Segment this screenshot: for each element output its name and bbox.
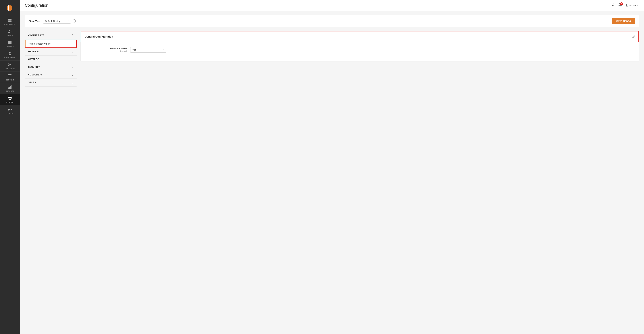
svg-rect-8 [8,43,12,44]
store-view-left: Store View: Default Config Main Website … [28,19,76,24]
sidebar-logo [0,0,20,16]
right-panel-content: Module Enable [global] Yes No [81,42,639,61]
svg-rect-1 [8,19,10,20]
system-icon [8,107,12,112]
left-panel-toggle[interactable]: ⌃ [71,34,74,37]
sidebar-item-label-sales: SALES [7,34,13,36]
sidebar-item-stores[interactable]: STORES [0,94,20,105]
sidebar-item-label-reports: REPORTS [6,90,14,92]
content-area: Store View: Default Config Main Website … [20,11,644,334]
store-view-select-wrap: Default Config Main Website Main Website… [43,19,71,24]
left-section-title-general: GENERAL [28,50,39,53]
sidebar-item-label-catalog: CATALOG [6,46,14,48]
reports-icon [8,85,12,89]
left-section-title-catalog: CATALOG [28,58,39,60]
store-view-label: Store View: [28,20,41,22]
svg-rect-10 [8,74,12,75]
main-area: Configuration 1 admin [20,0,644,334]
right-panel: General Configuration Module Enable [glo… [80,31,639,62]
user-icon [625,4,628,7]
admin-label: admin [630,4,636,7]
right-panel-header: General Configuration [81,31,639,42]
left-menu-item-admin-cat-filter[interactable]: Admin Category Filter [25,40,77,48]
sidebar-item-label-dashboard: DASHBOARD [4,23,16,25]
chevron-down-catalog-icon: ⌄ [71,58,74,61]
sidebar-item-label-system: SYSTEM [6,112,14,114]
module-enable-field-row: Module Enable [global] Yes No [87,47,632,53]
sidebar-item-label-marketing: MARKETING [5,68,15,70]
chevron-down-icon [637,4,639,6]
sidebar-item-sales[interactable]: SALES [0,27,20,38]
left-section-header-security[interactable]: SECURITY ⌄ [25,63,77,71]
left-panel-header: COMMERSYS ⌃ [25,31,77,40]
module-enable-label: Module Enable [87,47,127,50]
svg-point-19 [612,4,614,6]
svg-rect-15 [10,86,10,89]
module-enable-select[interactable]: Yes No [130,47,166,53]
left-section-header-customers[interactable]: CUSTOMERS ⌄ [25,71,77,79]
sidebar-item-catalog[interactable]: CATALOG [0,38,20,49]
left-section-header-catalog[interactable]: CATALOG ⌄ [25,56,77,63]
config-layout: COMMERSYS ⌃ Admin Category Filter GENERA… [25,31,639,86]
module-enable-select-wrap: Yes No [130,47,166,53]
sidebar-item-content[interactable]: CONTENT [0,72,20,83]
chevron-down-general-icon: ⌄ [71,50,74,53]
notification-badge: 1 [620,2,623,5]
customers-icon [8,52,12,56]
save-config-button[interactable]: Save Config [612,18,635,24]
svg-point-5 [9,30,10,31]
dashboard-icon [8,18,12,22]
topbar-actions: 1 admin [612,3,639,8]
svg-rect-14 [9,87,10,89]
svg-rect-17 [9,99,10,100]
search-button[interactable] [612,3,615,8]
page-title: Configuration [25,3,48,8]
sidebar-item-customers[interactable]: CUSTOMERS [0,49,20,60]
sidebar-item-reports[interactable]: REPORTS [0,83,20,94]
chevron-down-sales-icon: ⌄ [71,81,74,84]
collapse-icon [631,34,635,38]
left-section-title-customers: CUSTOMERS [28,74,43,76]
module-enable-label-group: Module Enable [global] [87,47,127,52]
search-icon [612,3,615,7]
sidebar-item-label-customers: CUSTOMERS [4,57,16,58]
store-view-bar: Store View: Default Config Main Website … [25,15,639,27]
sidebar: DASHBOARD SALES CATALOG CUSTOMERS MARKET… [0,0,20,334]
admin-menu-button[interactable]: admin [625,4,639,7]
module-enable-scope: [global] [87,50,127,52]
svg-rect-7 [10,41,12,43]
right-panel-collapse-button[interactable] [631,34,635,39]
left-section-header-general[interactable]: GENERAL ⌄ [25,48,77,56]
sidebar-item-label-content: CONTENT [6,79,14,81]
catalog-icon [8,40,12,45]
svg-rect-12 [8,77,11,77]
left-section-title-security: SECURITY [28,66,40,68]
topbar: Configuration 1 admin [20,0,644,11]
sidebar-item-system[interactable]: SYSTEM [0,105,20,116]
chevron-down-customers-icon: ⌄ [71,73,74,76]
help-icon[interactable]: ⓘ [72,19,76,23]
svg-point-20 [626,4,627,6]
left-panel: COMMERSYS ⌃ Admin Category Filter GENERA… [25,31,77,86]
notifications-button[interactable]: 1 [618,3,622,8]
sidebar-item-label-stores: STORES [6,101,14,103]
magento-logo-icon [5,3,14,12]
svg-point-9 [9,52,10,54]
sidebar-item-marketing[interactable]: MARKETING [0,60,20,72]
left-section-header-sales[interactable]: SALES ⌄ [25,79,77,86]
svg-rect-4 [10,20,12,22]
right-panel-title: General Configuration [85,35,113,38]
sidebar-item-dashboard[interactable]: DASHBOARD [0,16,20,27]
svg-rect-13 [8,88,9,89]
chevron-down-security-icon: ⌄ [71,66,74,68]
svg-rect-11 [8,76,10,76]
store-view-select[interactable]: Default Config Main Website Main Website… [43,19,71,24]
svg-rect-6 [8,41,10,43]
svg-point-18 [9,109,10,110]
left-section-title-sales: SALES [28,81,36,84]
content-icon [8,74,12,78]
svg-rect-16 [11,85,12,89]
stores-icon [8,96,12,100]
sales-icon [8,29,12,34]
svg-rect-3 [8,20,10,22]
